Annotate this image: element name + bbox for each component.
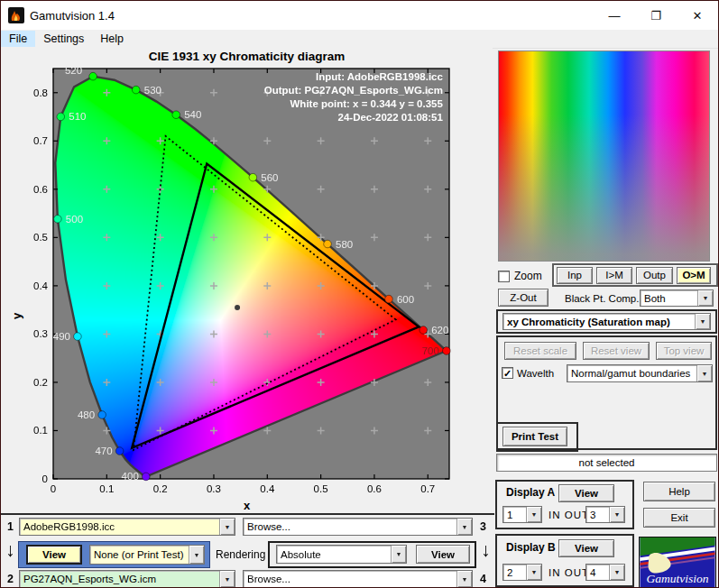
- display-a-out-value: 3: [586, 507, 609, 522]
- chevron-down-icon: ▼: [456, 571, 472, 587]
- chevron-down-icon: ▼: [189, 546, 204, 564]
- chevron-down-icon: ▼: [526, 507, 541, 522]
- svg-text:0.5: 0.5: [33, 232, 48, 243]
- display-a-in-value: 1: [503, 507, 526, 522]
- svg-text:0.1: 0.1: [99, 483, 114, 494]
- z-out-button[interactable]: Z-Out: [498, 289, 548, 307]
- display-b-out-value: 4: [586, 565, 609, 580]
- browse-2-value: Browse...: [244, 571, 456, 587]
- chevron-down-icon: ▼: [219, 571, 235, 587]
- display-b-in-value: 2: [503, 565, 526, 580]
- chevron-down-icon: ▼: [696, 365, 712, 381]
- exit-button[interactable]: Exit: [643, 508, 715, 528]
- gamutvision-logo: Gamutvision: [639, 537, 716, 588]
- reset-scale-button[interactable]: Reset scale: [504, 342, 576, 360]
- wavelth-row: ✓ Wavelth: [502, 367, 554, 379]
- slot-2-label: 2: [7, 573, 14, 585]
- display-a-in-select[interactable]: 1 ▼: [502, 506, 542, 523]
- chevron-down-icon: ▼: [456, 519, 472, 535]
- saturation-map-preview: [498, 51, 710, 262]
- pattern-select[interactable]: None (or Print Test) ▼: [89, 545, 205, 565]
- zoom-checkbox-label: Zoom: [514, 270, 542, 282]
- svg-text:0.3: 0.3: [207, 483, 221, 494]
- display-a-title: Display A: [506, 486, 555, 499]
- print-test-button[interactable]: Print Test: [502, 427, 567, 446]
- chromaticity-figure: CIE 1931 xy Chromaticity diagram y x 00.…: [1, 48, 493, 513]
- maximize-button[interactable]: ❐: [635, 2, 677, 30]
- app-icon: [8, 7, 24, 23]
- black-pt-comp-select[interactable]: Both ▼: [640, 289, 714, 307]
- pattern-select-value: None (or Print Test): [90, 546, 189, 564]
- chevron-down-icon: ▼: [391, 546, 406, 563]
- input-profile-select[interactable]: AdobeRGB1998.icc ▼: [19, 518, 235, 536]
- help-button[interactable]: Help: [643, 482, 715, 501]
- y-axis-label: y: [10, 313, 23, 319]
- window-title: Gamutvision 1.4: [30, 9, 115, 23]
- display-b-in-select[interactable]: 2 ▼: [502, 564, 542, 581]
- i-to-m-view-button[interactable]: I>M: [596, 267, 632, 284]
- reset-view-button[interactable]: Reset view: [583, 342, 650, 360]
- chevron-down-icon: ▼: [219, 519, 235, 535]
- display-b-title: Display B: [506, 541, 556, 554]
- wavelth-checkbox[interactable]: ✓: [502, 367, 513, 379]
- slot-3-label: 3: [480, 520, 486, 533]
- output-profile-value: PG27AQN_Esports_WG.icm: [20, 571, 219, 587]
- svg-text:0.3: 0.3: [33, 328, 48, 339]
- display-a-inout-label: IN OUT: [548, 510, 589, 520]
- svg-text:0.2: 0.2: [153, 483, 168, 494]
- chevron-down-icon: ▼: [697, 290, 713, 306]
- svg-text:0.7: 0.7: [33, 135, 48, 146]
- svg-text:0.6: 0.6: [33, 184, 48, 195]
- rendering-intent-value: Absolute: [277, 546, 391, 563]
- o-to-m-view-button[interactable]: O>M: [677, 267, 711, 284]
- down-arrow-icon-right: ↓: [481, 542, 491, 558]
- mode-select-frame: xy Chromaticity (Saturation map) ▼: [496, 309, 717, 334]
- zoom-checkbox[interactable]: [498, 271, 510, 282]
- rendering-frame: Absolute ▼ View: [268, 541, 476, 568]
- mode-select[interactable]: xy Chromaticity (Saturation map) ▼: [502, 313, 711, 330]
- menu-help[interactable]: Help: [92, 31, 132, 47]
- output-profile-select[interactable]: PG27AQN_Esports_WG.icm ▼: [19, 570, 235, 588]
- minimize-button[interactable]: —: [594, 2, 635, 30]
- display-b-out-select[interactable]: 4 ▼: [585, 564, 625, 581]
- svg-text:0.2: 0.2: [33, 377, 48, 388]
- chevron-down-icon: ▼: [609, 565, 624, 580]
- profile-selection-panel: 1 AdobeRGB1998.icc ▼ Browse... ▼ 3 ↓ Vie…: [1, 513, 494, 588]
- input-profile-value: AdobeRGB1998.icc: [20, 519, 219, 535]
- rendering-intent-select[interactable]: Absolute ▼: [276, 545, 407, 564]
- menubar: File Settings Help: [1, 30, 718, 49]
- browse-1-select[interactable]: Browse... ▼: [243, 518, 473, 536]
- close-button[interactable]: ✕: [677, 2, 718, 30]
- browse-1-value: Browse...: [244, 519, 456, 535]
- menu-file[interactable]: File: [1, 31, 35, 47]
- logo-text: Gamutvision: [647, 572, 709, 585]
- menu-settings[interactable]: Settings: [35, 31, 92, 47]
- chart-title: CIE 1931 xy Chromaticity diagram: [1, 50, 493, 63]
- top-view-button[interactable]: Top view: [656, 342, 712, 360]
- chevron-down-icon: ▼: [695, 314, 710, 329]
- display-b-inout-label: IN OUT: [548, 567, 589, 578]
- svg-text:0.8: 0.8: [33, 87, 48, 98]
- titlebar: Gamutvision 1.4 — ❐ ✕: [1, 1, 718, 30]
- slot-4-label: 4: [480, 573, 486, 585]
- browse-2-select[interactable]: Browse... ▼: [243, 570, 473, 588]
- inp-view-button[interactable]: Inp: [557, 267, 593, 284]
- zoom-checkbox-row: Zoom: [498, 270, 542, 282]
- chromaticity-plot-canvas: [53, 69, 449, 479]
- display-a-out-select[interactable]: 3 ▼: [585, 506, 625, 523]
- display-b-view-button[interactable]: View: [558, 539, 614, 557]
- wavelth-label: Wavelth: [517, 368, 554, 379]
- svg-text:0.1: 0.1: [33, 425, 48, 436]
- outp-view-button[interactable]: Outp: [636, 267, 673, 284]
- svg-text:0.5: 0.5: [314, 483, 328, 494]
- svg-text:0.4: 0.4: [260, 483, 275, 494]
- view-buttons-frame: Inp I>M Outp O>M: [552, 263, 718, 287]
- rendering-label: Rendering: [216, 548, 265, 561]
- display-a-view-button[interactable]: View: [558, 484, 614, 502]
- view-output-button[interactable]: View: [416, 545, 470, 564]
- wavelth-select[interactable]: Normal/gamut boundaries ▼: [567, 364, 713, 382]
- view-options-group: Reset scale Reset view Top view ✓ Wavelt…: [496, 335, 717, 450]
- svg-text:0: 0: [42, 473, 48, 484]
- view-input-button[interactable]: View: [26, 545, 82, 565]
- svg-text:0.6: 0.6: [367, 483, 382, 494]
